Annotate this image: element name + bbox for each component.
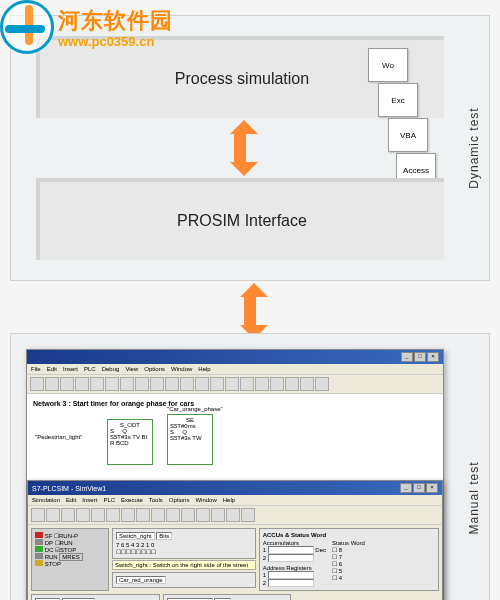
toolbar-button[interactable] bbox=[121, 508, 135, 522]
accu-status-panel: ACCUs & Status Word Accumulators 1 Dec 2… bbox=[259, 528, 439, 591]
editor-toolbar bbox=[27, 375, 443, 394]
mres-button[interactable]: MRES bbox=[59, 553, 82, 561]
close-button[interactable]: × bbox=[427, 352, 439, 362]
mw-panel: 1640 T=0 bbox=[163, 594, 292, 600]
toolbar-button[interactable] bbox=[255, 377, 269, 391]
toolbar-button[interactable] bbox=[46, 508, 60, 522]
toolbar-button[interactable] bbox=[241, 508, 255, 522]
toolbar-button[interactable] bbox=[300, 377, 314, 391]
toolbar-button[interactable] bbox=[196, 508, 210, 522]
menu-simulation[interactable]: Simulation bbox=[32, 497, 60, 503]
plcsim-title: S7-PLCSIM - SimView1 bbox=[32, 485, 106, 492]
led-dp bbox=[35, 539, 43, 545]
led-stop bbox=[35, 560, 43, 566]
toolbar-button[interactable] bbox=[75, 377, 89, 391]
menu-tools[interactable]: Tools bbox=[149, 497, 163, 503]
menu-insert[interactable]: Insert bbox=[63, 366, 78, 372]
menu-file[interactable]: File bbox=[31, 366, 41, 372]
toolbar-button[interactable] bbox=[106, 508, 120, 522]
switch-panel: Switch_right Bits 7 6 5 4 3 2 1 0 ☐☐☐☐☐☐… bbox=[112, 528, 256, 559]
close-button[interactable]: × bbox=[426, 483, 438, 493]
switch-name[interactable]: Switch_right bbox=[116, 532, 155, 540]
toolbar-button[interactable] bbox=[226, 508, 240, 522]
menu-edit[interactable]: Edit bbox=[47, 366, 57, 372]
menu-insert[interactable]: Insert bbox=[82, 497, 97, 503]
toolbar-button[interactable] bbox=[61, 508, 75, 522]
arrow-process-to-prosim bbox=[230, 120, 250, 176]
toolbar-button[interactable] bbox=[136, 508, 150, 522]
toolbar-button[interactable] bbox=[30, 377, 44, 391]
toolbar-button[interactable] bbox=[270, 377, 284, 391]
toolbar-button[interactable] bbox=[120, 377, 134, 391]
toolbar-button[interactable] bbox=[210, 377, 224, 391]
ar1-field[interactable] bbox=[268, 571, 314, 579]
menu-options[interactable]: Options bbox=[144, 366, 165, 372]
prosim-interface-label: PROSIM Interface bbox=[177, 212, 307, 229]
toolbar-button[interactable] bbox=[166, 508, 180, 522]
toolbar-button[interactable] bbox=[150, 377, 164, 391]
led-run bbox=[35, 553, 43, 559]
ladder-block-left[interactable]: S_ODT S Q S5T#3s TV BI R BCD bbox=[107, 419, 153, 465]
toolbar-button[interactable] bbox=[45, 377, 59, 391]
switch-type[interactable]: Bits bbox=[156, 532, 172, 540]
minimize-button[interactable]: _ bbox=[401, 352, 413, 362]
toolbar-button[interactable] bbox=[91, 508, 105, 522]
toolbar-button[interactable] bbox=[76, 508, 90, 522]
dynamic-test-label: Dynamic test bbox=[467, 107, 481, 188]
toolbar-button[interactable] bbox=[240, 377, 254, 391]
prosim-interface-box: PROSIM Interface bbox=[36, 178, 444, 260]
menu-debug[interactable]: Debug bbox=[102, 366, 120, 372]
editor-canvas[interactable]: Network 3 : Start timer for orange phase… bbox=[27, 394, 443, 478]
arrow-prosim-to-manual bbox=[240, 283, 260, 339]
var-name[interactable]: Car_red_orange bbox=[116, 576, 166, 584]
editor-window: _ □ × File Edit Insert PLC Debug View Op… bbox=[26, 349, 444, 600]
toolbar-button[interactable] bbox=[60, 377, 74, 391]
toolbar-button[interactable] bbox=[315, 377, 329, 391]
office-apps-stack: Wo Exc VBA Access bbox=[368, 48, 436, 188]
menu-view[interactable]: View bbox=[125, 366, 138, 372]
toolbar-button[interactable] bbox=[90, 377, 104, 391]
toolbar-button[interactable] bbox=[151, 508, 165, 522]
menu-window[interactable]: Window bbox=[195, 497, 216, 503]
editor-menubar: File Edit Insert PLC Debug View Options … bbox=[27, 364, 443, 375]
cpu-panel: SF ☐RUN-P DP ☐RUN DC ☑STOP RUN MRES STOP bbox=[31, 528, 109, 591]
toolbar-button[interactable] bbox=[105, 377, 119, 391]
io-right-label: "Car_orange_phase" bbox=[167, 406, 223, 412]
maximize-button[interactable]: □ bbox=[414, 352, 426, 362]
toolbar-button[interactable] bbox=[180, 377, 194, 391]
excel-icon: Exc bbox=[378, 83, 418, 117]
toolbar-button[interactable] bbox=[31, 508, 45, 522]
ladder-block-right[interactable]: SE S5T#0ms S Q S5T#3s TW bbox=[167, 414, 213, 465]
toolbar-button[interactable] bbox=[225, 377, 239, 391]
toolbar-button[interactable] bbox=[165, 377, 179, 391]
io-left-label: "Pedestrian_light" bbox=[35, 434, 82, 440]
ar2-field[interactable] bbox=[268, 579, 314, 587]
menu-edit[interactable]: Edit bbox=[66, 497, 76, 503]
plcsim-menubar: Simulation Edit Insert PLC Execute Tools… bbox=[28, 495, 442, 506]
var-panel: Car_red_orange bbox=[112, 572, 256, 588]
menu-options[interactable]: Options bbox=[169, 497, 190, 503]
toolbar-button[interactable] bbox=[135, 377, 149, 391]
watermark-url: www.pc0359.cn bbox=[58, 34, 173, 49]
minimize-button[interactable]: _ bbox=[400, 483, 412, 493]
toolbar-button[interactable] bbox=[211, 508, 225, 522]
acc1-field[interactable] bbox=[268, 546, 314, 554]
menu-execute[interactable]: Execute bbox=[121, 497, 143, 503]
maximize-button[interactable]: □ bbox=[413, 483, 425, 493]
toolbar-button[interactable] bbox=[181, 508, 195, 522]
toolbar-button[interactable] bbox=[195, 377, 209, 391]
menu-help[interactable]: Help bbox=[223, 497, 235, 503]
tooltip: Switch_right : Switch on the right side … bbox=[112, 560, 256, 570]
editor-titlebar: _ □ × bbox=[27, 350, 443, 364]
network-title: Network 3 : Start timer for orange phase… bbox=[33, 400, 437, 407]
iw-panel: IW 122 Slider Dec 32767 Value bbox=[31, 594, 160, 600]
menu-plc[interactable]: PLC bbox=[103, 497, 115, 503]
menu-help[interactable]: Help bbox=[198, 366, 210, 372]
led-dc bbox=[35, 546, 43, 552]
vba-icon: VBA bbox=[388, 118, 428, 152]
menu-window[interactable]: Window bbox=[171, 366, 192, 372]
watermark-logo-icon bbox=[0, 0, 54, 54]
toolbar-button[interactable] bbox=[285, 377, 299, 391]
menu-plc[interactable]: PLC bbox=[84, 366, 96, 372]
acc2-field[interactable] bbox=[268, 554, 314, 562]
